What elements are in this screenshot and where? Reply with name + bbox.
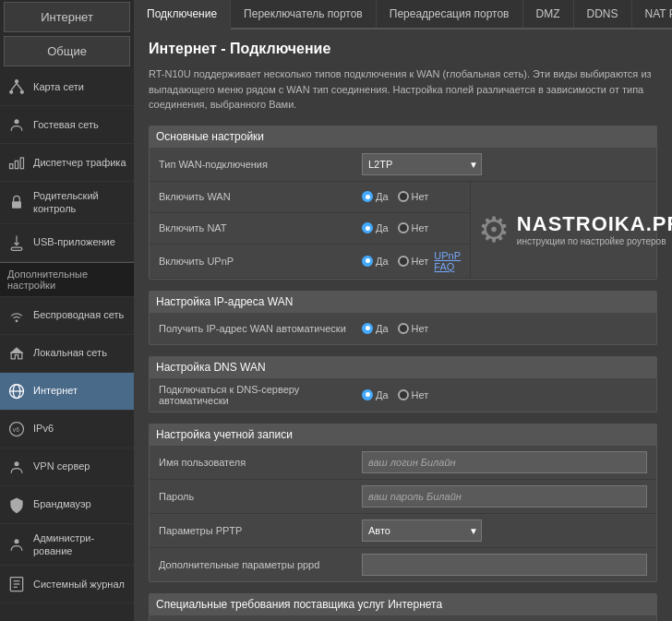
nat-enable-no-text: Нет bbox=[412, 222, 429, 233]
dns-no-label[interactable]: Нет bbox=[398, 389, 429, 400]
nat-enable-label: Включить NAT bbox=[159, 222, 362, 233]
page-title: Интернет - Подключение bbox=[149, 41, 657, 57]
sidebar-item-firewall-label: Брандмауэр bbox=[33, 497, 91, 510]
sidebar-item-internet-label: Интернет bbox=[33, 384, 78, 397]
svg-point-17 bbox=[15, 539, 19, 543]
tab-port-switch[interactable]: Переключатель портов bbox=[231, 0, 377, 28]
username-control bbox=[362, 451, 647, 473]
main-content: Подключение Переключатель портов Переадр… bbox=[134, 0, 672, 621]
tab-nat[interactable]: NAT Passthrough bbox=[632, 0, 672, 28]
extra-pppd-row: Дополнительные параметры pppd bbox=[150, 548, 656, 581]
nat-enable-no-radio[interactable] bbox=[398, 222, 409, 233]
dns-auto-label: Подключаться к DNS-серверу автоматически bbox=[159, 384, 362, 406]
upnp-yes-radio[interactable] bbox=[362, 256, 373, 267]
nat-enable-yes-label[interactable]: Да bbox=[362, 222, 389, 233]
sidebar: Интернет Общие Карта сети Гостевая сеть … bbox=[0, 0, 134, 621]
vpn-server-row: VPN сервер bbox=[150, 615, 656, 622]
dns-yes-label[interactable]: Да bbox=[362, 389, 389, 400]
internet-top-btn[interactable]: Интернет bbox=[4, 2, 130, 32]
username-row: Имя пользователя bbox=[150, 446, 656, 480]
sidebar-item-lan[interactable]: Локальная сеть bbox=[0, 335, 134, 373]
wan-ip-auto-control: Да Нет bbox=[362, 323, 647, 334]
upnp-enable-control: Да Нет UPnP FAQ bbox=[362, 250, 461, 272]
ipv6-icon: v6 bbox=[6, 418, 28, 440]
logo-subtitle: инструкции по настройке роутеров bbox=[517, 236, 672, 246]
wan-ip-yes-label[interactable]: Да bbox=[362, 323, 389, 334]
dns-auto-control: Да Нет bbox=[362, 389, 647, 400]
sidebar-item-firewall[interactable]: Брандмауэр bbox=[0, 486, 134, 524]
wan-enable-control: Да Нет bbox=[362, 191, 461, 202]
sidebar-item-usb-label: USB-приложение bbox=[33, 235, 115, 248]
sidebar-item-syslog[interactable]: Системный журнал bbox=[0, 566, 134, 603]
wan-type-select[interactable]: L2TP bbox=[362, 153, 482, 175]
upnp-faq-link[interactable]: UPnP FAQ bbox=[434, 250, 461, 272]
sidebar-item-ipv6-label: IPv6 bbox=[33, 422, 54, 435]
sidebar-item-parental-label: Родительский контроль bbox=[33, 189, 128, 216]
dns-no-radio[interactable] bbox=[398, 389, 409, 400]
sidebar-item-map[interactable]: Карта сети bbox=[0, 68, 134, 106]
wan-enable-no-label[interactable]: Нет bbox=[398, 191, 429, 202]
svg-line-3 bbox=[11, 83, 17, 90]
wan-logo-grid: Включить WAN Да Нет bbox=[150, 182, 656, 279]
dns-auto-radio: Да Нет bbox=[362, 389, 428, 400]
wan-ip-auto-row: Получить IP-адрес WAN автоматически Да Н… bbox=[150, 313, 656, 344]
nat-enable-yes-radio[interactable] bbox=[362, 222, 373, 233]
extra-pppd-input[interactable] bbox=[362, 554, 647, 576]
wan-enable-yes-text: Да bbox=[376, 191, 389, 202]
isp-header: Специальные требования поставщика услуг … bbox=[149, 593, 657, 615]
nat-enable-no-label[interactable]: Нет bbox=[398, 222, 429, 233]
sidebar-item-traffic[interactable]: Диспетчер трафика bbox=[0, 144, 134, 182]
svg-rect-9 bbox=[12, 201, 21, 209]
extra-pppd-control bbox=[362, 554, 647, 576]
globe-icon bbox=[6, 380, 28, 402]
dns-yes-text: Да bbox=[376, 389, 389, 400]
logo-area: ⚙ NASTROIKA.PRO инструкции по настройке … bbox=[478, 209, 672, 250]
wan-ip-no-radio[interactable] bbox=[398, 323, 409, 334]
wan-ip-no-label[interactable]: Нет bbox=[398, 323, 429, 334]
dns-yes-radio[interactable] bbox=[362, 389, 373, 400]
password-input[interactable] bbox=[362, 485, 647, 508]
wan-type-label: Тип WAN-подключения bbox=[159, 159, 362, 170]
sidebar-item-usb[interactable]: USB-приложение bbox=[0, 224, 134, 262]
wan-enable-yes-radio[interactable] bbox=[362, 191, 373, 202]
wan-type-control: L2TP ▼ bbox=[362, 153, 647, 175]
log-icon bbox=[6, 573, 28, 595]
lock-icon bbox=[6, 191, 28, 213]
logo-text: NASTROIKA.PRO bbox=[517, 212, 672, 236]
sidebar-item-wifi[interactable]: Беспроводная сеть bbox=[0, 297, 134, 335]
sidebar-item-vpn[interactable]: VPN сервер bbox=[0, 448, 134, 486]
wan-enable-no-radio[interactable] bbox=[398, 191, 409, 202]
upnp-yes-text: Да bbox=[376, 256, 389, 267]
wan-ip-yes-radio[interactable] bbox=[362, 323, 373, 334]
svg-point-2 bbox=[20, 90, 24, 94]
tab-dmz[interactable]: DMZ bbox=[523, 0, 574, 28]
pptp-select[interactable]: Авто Ручной bbox=[362, 519, 482, 542]
tab-bar: Подключение Переключатель портов Переадр… bbox=[134, 0, 672, 30]
tab-connection[interactable]: Подключение bbox=[134, 0, 231, 30]
upnp-no-label[interactable]: Нет bbox=[398, 256, 429, 267]
sidebar-item-internet[interactable]: Интернет bbox=[0, 373, 134, 411]
svg-point-5 bbox=[15, 119, 19, 124]
page-description: RT-N10U поддерживает несколько типов под… bbox=[149, 66, 657, 113]
upnp-yes-label[interactable]: Да bbox=[362, 256, 389, 267]
admin-icon bbox=[6, 533, 28, 555]
tab-port-forward[interactable]: Переадресация портов bbox=[377, 0, 523, 28]
wan-enable-yes-label[interactable]: Да bbox=[362, 191, 389, 202]
svg-point-0 bbox=[15, 79, 18, 83]
sidebar-item-admin-label: Администри-рование bbox=[33, 531, 128, 558]
sidebar-item-parental[interactable]: Родительский контроль bbox=[0, 182, 134, 224]
sidebar-item-ipv6[interactable]: v6 IPv6 bbox=[0, 411, 134, 448]
sidebar-item-admin[interactable]: Администри-рование bbox=[0, 524, 134, 567]
password-label: Пароль bbox=[159, 491, 362, 502]
username-input[interactable] bbox=[362, 451, 647, 473]
tab-ddns[interactable]: DDNS bbox=[574, 0, 632, 28]
basic-settings-body: Тип WAN-подключения L2TP ▼ Включить WAN bbox=[149, 148, 657, 280]
upnp-no-radio[interactable] bbox=[398, 256, 409, 267]
wan-enable-rows: Включить WAN Да Нет bbox=[150, 182, 470, 278]
sidebar-item-guest[interactable]: Гостевая сеть bbox=[0, 106, 134, 144]
svg-line-4 bbox=[17, 83, 22, 90]
upnp-radio: Да Нет bbox=[362, 256, 428, 267]
pptp-control: Авто Ручной ▼ bbox=[362, 519, 647, 542]
general-top-btn[interactable]: Общие bbox=[4, 36, 130, 66]
home-icon bbox=[6, 342, 28, 364]
